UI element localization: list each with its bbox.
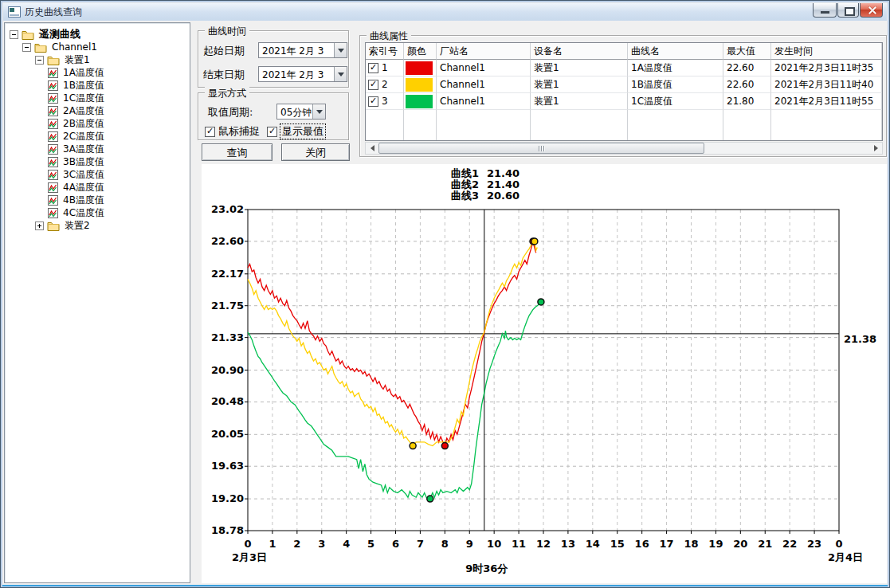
chart-panel: 曲线121.40曲线221.40曲线320.6023.0222.6022.172… [202, 164, 887, 583]
client-area: 遥测曲线Channel1装置11A温度值1B温度值1C温度值2A温度值2B温度值… [3, 21, 887, 585]
curve-time-group: 曲线时间 起始日期 2021年 2月 3 结束日期 2021年 2月 3 [198, 30, 349, 88]
tree-item-4B温度值[interactable]: 4B温度值 [5, 194, 190, 206]
scroll-right-button[interactable] [870, 143, 882, 154]
display-mode-group: 显示方式 取值周期: 05分钟 鼠标捕捉 显示最值 [198, 92, 349, 140]
curve-time-group-title: 曲线时间 [205, 25, 249, 38]
x-tick-label: 2 [293, 538, 300, 550]
tree-item-label: 1A温度值 [61, 66, 106, 80]
collapse-icon[interactable] [10, 30, 18, 39]
column-header[interactable]: 厂站名 [437, 43, 531, 60]
empty-cell [723, 110, 771, 140]
curve-tree: 遥测曲线Channel1装置11A温度值1B温度值1C温度值2A温度值2B温度值… [4, 22, 190, 583]
table-empty-row [366, 110, 882, 140]
column-header[interactable]: 曲线名 [628, 43, 723, 60]
x-tick-label: 23 [807, 538, 821, 550]
tree-item-装置1[interactable]: 装置1 [5, 53, 190, 66]
x-tick-label: 3 [318, 538, 325, 550]
folder-icon [47, 55, 60, 65]
table-horizontal-scrollbar[interactable] [365, 142, 883, 155]
x-tick-label: 17 [660, 538, 674, 550]
end-date-dropdown-button[interactable] [334, 67, 347, 81]
tree-item-3B温度值[interactable]: 3B温度值 [5, 155, 190, 168]
mouse-capture-label: 鼠标捕捉 [218, 124, 260, 139]
tree-item-4A温度值[interactable]: 4A温度值 [5, 181, 190, 194]
period-dropdown-button[interactable] [312, 104, 325, 119]
period-combo[interactable]: 05分钟 [276, 104, 326, 120]
color-cell [404, 93, 437, 110]
curve-name-cell: 1B温度值 [628, 76, 723, 93]
legend-name: 曲线3 [451, 190, 479, 202]
column-header[interactable]: 最大值 [723, 43, 771, 60]
y-tick-label: 21.33 [211, 331, 244, 343]
column-header[interactable]: 索引号 [366, 43, 404, 60]
tree-item-3A温度值[interactable]: 3A温度值 [5, 143, 190, 155]
period-value: 05分钟 [277, 104, 312, 119]
folder-icon [34, 42, 47, 53]
table-row[interactable]: 3Channel1装置11C温度值21.802021年2月3日11时55 [366, 93, 882, 110]
series-line-3 [248, 302, 543, 499]
min-marker-1 [441, 443, 448, 449]
curve-icon [48, 144, 58, 155]
curve-color-swatch [406, 61, 433, 75]
collapse-icon[interactable] [22, 43, 31, 52]
max-value-cell: 22.60 [723, 76, 771, 93]
curve-visible-checkbox[interactable] [368, 63, 378, 73]
tree-item-label: 2B温度值 [61, 117, 106, 131]
tree-item-1A温度值[interactable]: 1A温度值 [5, 66, 190, 79]
empty-cell [404, 110, 437, 140]
tree-item-装置2[interactable]: 装置2 [5, 219, 190, 232]
tree-item-label: Channel1 [50, 41, 99, 53]
x-tick-label: 8 [441, 538, 449, 550]
legend-value: 21.40 [487, 167, 519, 179]
query-button[interactable]: 查询 [202, 143, 272, 161]
table-row[interactable]: 1Channel1装置11A温度值22.602021年2月3日11时35 [366, 60, 882, 76]
folder-icon [22, 29, 34, 40]
scrollbar-thumb[interactable] [378, 143, 704, 154]
folder-icon [47, 221, 60, 231]
y-tick-label: 20.05 [211, 428, 244, 440]
table-header-row: 索引号颜色厂站名设备名曲线名最大值发生时间 [366, 43, 882, 60]
start-date-dropdown-button[interactable] [334, 43, 347, 57]
x-axis-right-date: 2月4日 [828, 551, 863, 563]
title-bar[interactable]: 历史曲线查询 [3, 3, 887, 21]
tree-item-label: 2C温度值 [61, 130, 106, 143]
tree-item-遥测曲线[interactable]: 遥测曲线 [5, 28, 190, 41]
tree-item-2B温度值[interactable]: 2B温度值 [5, 117, 190, 130]
table-row[interactable]: 2Channel1装置11B温度值22.602021年2月3日11时40 [366, 76, 882, 93]
column-header[interactable]: 发生时间 [771, 43, 882, 60]
tree-item-1C温度值[interactable]: 1C温度值 [5, 92, 190, 104]
tree-item-2A温度值[interactable]: 2A温度值 [5, 104, 190, 117]
expand-icon[interactable] [35, 221, 44, 230]
start-date-combo[interactable]: 2021年 2月 3 [258, 42, 347, 58]
curve-visible-checkbox[interactable] [368, 96, 378, 107]
collapse-icon[interactable] [35, 56, 44, 65]
tree-item-label: 3B温度值 [61, 155, 106, 169]
tree-item-label: 装置2 [63, 219, 92, 233]
tree-item-4C温度值[interactable]: 4C温度值 [5, 206, 190, 219]
x-tick-label: 4 [343, 538, 350, 550]
curve-properties-group-title: 曲线属性 [367, 29, 411, 43]
curve-visible-checkbox[interactable] [368, 80, 378, 90]
mouse-capture-checkbox[interactable] [205, 127, 215, 137]
column-header[interactable]: 设备名 [531, 43, 628, 60]
tree-item-3C温度值[interactable]: 3C温度值 [5, 168, 190, 181]
column-header[interactable]: 颜色 [404, 43, 437, 60]
restore-button[interactable] [837, 3, 859, 18]
tree-item-1B温度值[interactable]: 1B温度值 [5, 79, 190, 92]
end-date-combo[interactable]: 2021年 2月 3 [258, 66, 347, 82]
close-dialog-button[interactable]: 关闭 [281, 143, 350, 161]
minimize-button[interactable] [813, 3, 837, 18]
scroll-left-button[interactable] [366, 143, 378, 154]
legend-value: 21.40 [487, 178, 519, 190]
legend-value: 20.60 [487, 190, 519, 202]
show-extreme-checkbox[interactable] [267, 127, 277, 137]
tree-item-Channel1[interactable]: Channel1 [5, 41, 190, 53]
tree-item-label: 1B温度值 [61, 79, 106, 92]
curve-chart[interactable]: 曲线121.40曲线221.40曲线320.6023.0222.6022.172… [202, 164, 887, 583]
close-button[interactable] [860, 3, 883, 18]
station-cell: Channel1 [437, 93, 531, 110]
y-tick-label: 20.90 [211, 364, 244, 376]
tree-item-2C温度值[interactable]: 2C温度值 [5, 130, 190, 143]
index-cell: 2 [366, 76, 404, 93]
device-cell: 装置1 [531, 60, 628, 76]
